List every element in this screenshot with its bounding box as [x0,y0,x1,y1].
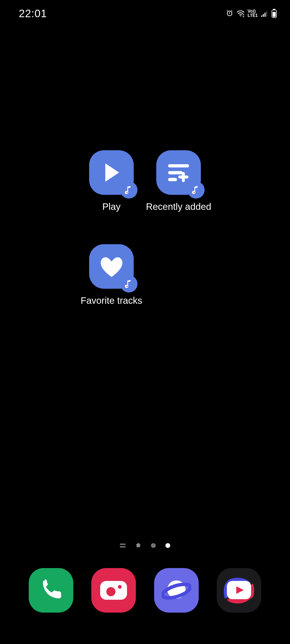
app-drawer-icon[interactable] [120,544,126,547]
camera-icon [99,578,128,602]
shortcut-label: Recently added [146,201,211,212]
svg-rect-4 [266,12,267,17]
home-grid: Play Recently added Favorite tracks [0,150,290,306]
music-note-icon [120,275,137,292]
shortcut-play[interactable]: Play [78,150,145,212]
svg-point-16 [194,192,195,193]
alarm-icon [226,9,234,17]
svg-point-18 [126,286,128,287]
video-play-icon [220,574,258,606]
dock-browser[interactable] [154,568,199,613]
svg-rect-12 [168,178,177,181]
svg-rect-14 [178,175,189,178]
status-bar: 22:01 Vo)) LTE1 [0,0,290,27]
signal-icon [260,9,269,17]
heart-icon [89,244,134,289]
dock-camera[interactable] [91,568,136,613]
svg-point-0 [240,16,241,16]
page-indicator [0,542,290,549]
svg-rect-3 [264,13,266,17]
music-note-icon [187,181,205,199]
status-time: 22:01 [19,8,47,20]
dock [0,564,290,617]
page-dot[interactable] [151,543,156,548]
svg-rect-7 [273,12,276,17]
svg-rect-10 [168,164,189,167]
network-type-icon: Vo)) LTE1 [248,9,258,18]
home-page-icon[interactable] [135,542,141,549]
playlist-add-icon [156,150,201,195]
wifi-icon [236,9,245,17]
shortcut-label: Favorite tracks [81,295,142,306]
shortcut-recently-added[interactable]: Recently added [145,150,212,212]
shortcut-label: Play [102,201,121,212]
music-note-icon [120,181,137,199]
shortcut-favorite-tracks[interactable]: Favorite tracks [78,244,145,306]
svg-rect-1 [261,16,262,17]
play-icon [89,150,134,195]
phone-icon [39,578,63,602]
svg-point-9 [126,192,128,193]
svg-rect-2 [263,14,264,17]
svg-rect-11 [168,171,182,174]
dock-video[interactable] [217,568,261,613]
dock-phone[interactable] [29,568,73,613]
status-icons: Vo)) LTE1 [226,9,277,18]
battery-icon [271,9,277,18]
svg-point-20 [106,587,115,596]
svg-point-21 [118,585,122,589]
planet-icon [162,576,191,605]
page-dot-active[interactable] [165,543,170,548]
